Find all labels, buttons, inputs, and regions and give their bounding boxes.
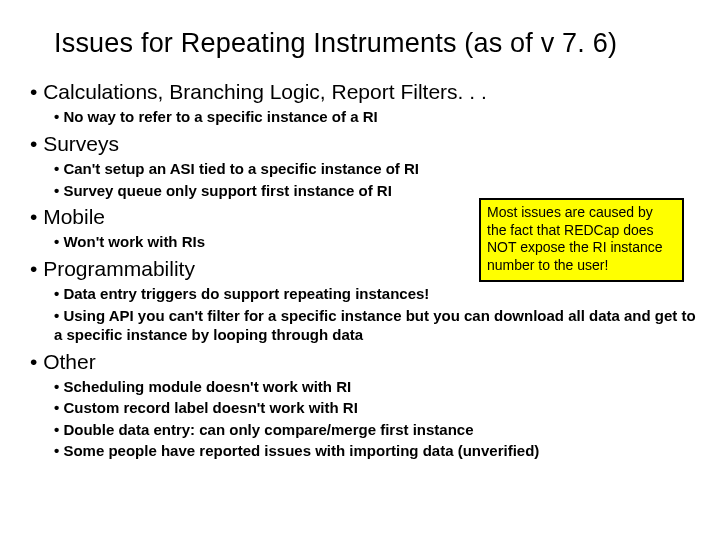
callout-box: Most issues are caused by the fact that … bbox=[479, 198, 684, 282]
bullet-item: Double data entry: can only compare/merg… bbox=[54, 420, 696, 440]
slide: Issues for Repeating Instruments (as of … bbox=[0, 0, 720, 540]
bullet-item: Using API you can't filter for a specifi… bbox=[54, 306, 696, 345]
bullet-item: No way to refer to a specific instance o… bbox=[54, 107, 696, 127]
bullet-item: Data entry triggers do support repeating… bbox=[54, 284, 696, 304]
section-calculations-heading: Calculations, Branching Logic, Report Fi… bbox=[30, 79, 696, 105]
bullet-item: Can't setup an ASI tied to a specific in… bbox=[54, 159, 696, 179]
section-other-heading: Other bbox=[30, 349, 696, 375]
bullet-item: Custom record label doesn't work with RI bbox=[54, 398, 696, 418]
bullet-item: Scheduling module doesn't work with RI bbox=[54, 377, 696, 397]
section-surveys-heading: Surveys bbox=[30, 131, 696, 157]
slide-title: Issues for Repeating Instruments (as of … bbox=[54, 28, 696, 59]
bullet-item: Some people have reported issues with im… bbox=[54, 441, 696, 461]
